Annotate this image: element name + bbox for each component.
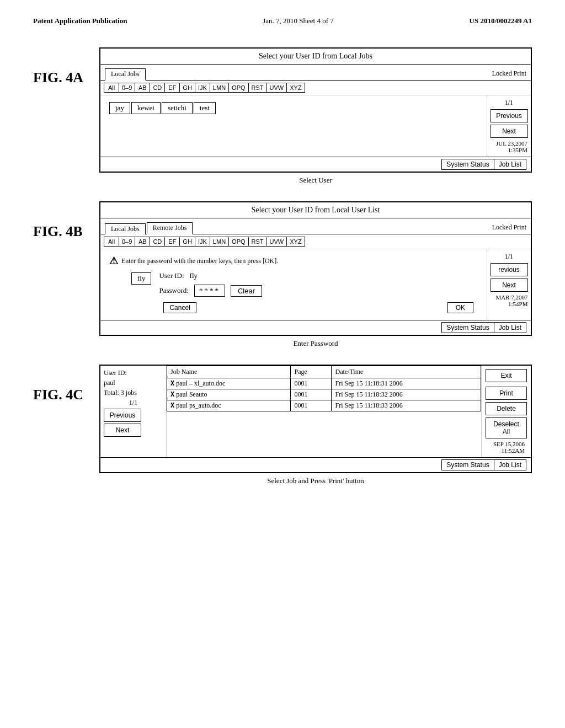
fig4b-alpha-uvw[interactable]: UVW xyxy=(266,237,287,247)
alpha-09[interactable]: 0–9 xyxy=(119,83,135,93)
job-page-2: 0001 xyxy=(291,400,332,411)
fig4b-clear-button[interactable]: Clear xyxy=(231,285,262,297)
fig4b-caption: Enter Password xyxy=(99,339,532,348)
job-name-text-2: paul ps_auto.doc xyxy=(176,402,221,409)
fig4b-alpha-ab[interactable]: AB xyxy=(135,237,150,247)
fig4b-system-status-button[interactable]: System Status xyxy=(441,322,494,333)
job-page-1: 0001 xyxy=(291,389,332,400)
fig4a-next-button[interactable]: Next xyxy=(491,125,528,138)
fig4c-user-id-label: User ID: xyxy=(104,369,163,377)
job-dt-0: Fri Sep 15 11:18:31 2006 xyxy=(332,378,481,389)
fig4c-page-num: 1/1 xyxy=(104,399,163,407)
fig4c-exit-button[interactable]: Exit xyxy=(486,369,527,382)
fig4b-user-id-label: User ID: xyxy=(159,271,184,280)
alpha-ab[interactable]: AB xyxy=(135,83,150,93)
fig4a-system-status-button[interactable]: System Status xyxy=(441,159,494,170)
fig4b-locked-print: Locked Print xyxy=(492,223,526,234)
checkbox-2[interactable]: X xyxy=(170,402,174,409)
fig4a-page-num: 1/1 xyxy=(505,99,513,107)
fig4b-alpha-gh[interactable]: GH xyxy=(179,237,195,247)
alpha-ijk[interactable]: IJK xyxy=(195,83,210,93)
fig4b-cancel-button[interactable]: Cancel xyxy=(163,302,196,313)
fig4a-label: FIG. 4A xyxy=(33,69,88,86)
fig4c-job-list-button[interactable]: Job List xyxy=(494,459,526,470)
user-seiichi[interactable]: seiichi xyxy=(162,102,193,114)
alpha-cd[interactable]: CD xyxy=(150,83,165,93)
fig4b-title: Select your User ID from Local User List xyxy=(100,202,531,218)
alpha-ef[interactable]: EF xyxy=(164,83,180,93)
job-dt-2: Fri Sep 15 11:18:33 2006 xyxy=(332,400,481,411)
table-row[interactable]: X paul Seauto 0001 Fri Sep 15 11:18:32 2… xyxy=(167,389,481,400)
checkbox-1[interactable]: X xyxy=(170,390,174,398)
fig4b-job-list-button[interactable]: Job List xyxy=(494,322,526,333)
fig4a-previous-button[interactable]: Previous xyxy=(491,109,528,122)
fig4b-warning-text: Enter the password with the number keys,… xyxy=(121,257,278,265)
col-job-name: Job Name xyxy=(167,366,291,378)
fig4c-deselect-button[interactable]: Deselect All xyxy=(486,417,527,438)
fig4b-fly-user[interactable]: fly xyxy=(131,272,151,285)
fig4b-previous-button[interactable]: revious xyxy=(491,263,528,276)
fig4b-alpha-xyz[interactable]: XYZ xyxy=(286,237,305,247)
fig4b-alpha-lmn[interactable]: LMN xyxy=(210,237,229,247)
fig4a-title: Select your User ID from Local Jobs xyxy=(100,49,531,65)
alpha-opq[interactable]: OPQ xyxy=(228,83,248,93)
fig4a-job-list-button[interactable]: Job List xyxy=(494,159,526,170)
fig4c-previous-button[interactable]: Previous xyxy=(104,409,141,422)
col-datetime: Date/Time xyxy=(332,366,481,378)
job-name-1[interactable]: X paul Seauto xyxy=(167,389,291,400)
fig4b-alpha-cd[interactable]: CD xyxy=(150,237,165,247)
fig4a-tab-local-jobs[interactable]: Local Jobs xyxy=(105,68,146,81)
fig4b-alpha-all[interactable]: All xyxy=(104,237,119,247)
checkbox-0[interactable]: X xyxy=(170,379,174,387)
warning-icon: ⚠ xyxy=(109,255,118,267)
fig4b-password-label: Password: xyxy=(159,286,188,295)
job-name-text-0: paul – xl_auto.doc xyxy=(176,379,225,387)
job-dt-1: Fri Sep 15 11:18:32 2006 xyxy=(332,389,481,400)
fig4b-alpha-ef[interactable]: EF xyxy=(164,237,180,247)
user-kewei[interactable]: kewei xyxy=(131,102,161,114)
fig4a-locked-print: Locked Print xyxy=(492,69,526,80)
fig4c-next-button[interactable]: Next xyxy=(104,424,141,437)
fig4b-alpha-opq[interactable]: OPQ xyxy=(228,237,248,247)
patent-date-label: Jan. 7, 2010 Sheet 4 of 7 xyxy=(263,17,334,25)
fig4b-next-button[interactable]: Next xyxy=(491,279,528,292)
fig4b-alpha-rst[interactable]: RST xyxy=(248,237,267,247)
fig4b-tab-local-jobs[interactable]: Local Jobs xyxy=(105,223,146,234)
alpha-gh[interactable]: GH xyxy=(179,83,195,93)
fig4b-label: FIG. 4B xyxy=(33,223,88,240)
fig4b-password-input[interactable]: **** xyxy=(194,285,225,297)
fig4c-user-id-value: paul xyxy=(104,379,163,387)
fig4c-print-button[interactable]: Print xyxy=(486,387,527,400)
fig4a-timestamp: JUL 23,2007 1:35PM xyxy=(496,140,527,153)
alpha-lmn[interactable]: LMN xyxy=(210,83,229,93)
fig4a-caption: Select User xyxy=(99,176,532,185)
job-page-0: 0001 xyxy=(291,378,332,389)
alpha-rst[interactable]: RST xyxy=(248,83,267,93)
alpha-all[interactable]: All xyxy=(104,83,119,93)
job-name-2[interactable]: X paul ps_auto.doc xyxy=(167,400,291,411)
fig4b-timestamp: MAR 7,2007 1:54PM xyxy=(495,294,527,307)
fig4b-page-num: 1/1 xyxy=(505,253,513,261)
fig4c-total-label: Total: 3 jobs xyxy=(104,389,163,397)
table-row[interactable]: X paul ps_auto.doc 0001 Fri Sep 15 11:18… xyxy=(167,400,481,411)
fig4b-ok-button[interactable]: OK xyxy=(447,302,473,313)
user-test[interactable]: test xyxy=(194,102,216,114)
fig4b-tab-remote-jobs[interactable]: Remote Jobs xyxy=(147,222,193,234)
col-page: Page xyxy=(291,366,332,378)
user-jay[interactable]: jay xyxy=(109,102,130,114)
patent-number-label: US 2010/0002249 A1 xyxy=(470,17,532,25)
fig4c-delete-button[interactable]: Delete xyxy=(486,402,527,415)
fig4c-timestamp: SEP 15,2006 11:52AM xyxy=(493,441,525,454)
alpha-uvw[interactable]: UVW xyxy=(266,83,287,93)
fig4c-caption: Select Job and Press 'Print' button xyxy=(99,477,532,485)
fig4b-alpha-09[interactable]: 0–9 xyxy=(119,237,135,247)
fig4b-alpha-ijk[interactable]: IJK xyxy=(195,237,210,247)
patent-pub-label: Patent Application Publication xyxy=(33,17,127,25)
job-name-0[interactable]: X paul – xl_auto.doc xyxy=(167,378,291,389)
fig4c-label: FIG. 4C xyxy=(33,387,88,403)
fig4c-system-status-button[interactable]: System Status xyxy=(441,459,494,470)
job-name-text-1: paul Seauto xyxy=(176,390,207,398)
fig4b-user-id-value: fly xyxy=(190,271,198,280)
alpha-xyz[interactable]: XYZ xyxy=(286,83,305,93)
table-row[interactable]: X paul – xl_auto.doc 0001 Fri Sep 15 11:… xyxy=(167,378,481,389)
